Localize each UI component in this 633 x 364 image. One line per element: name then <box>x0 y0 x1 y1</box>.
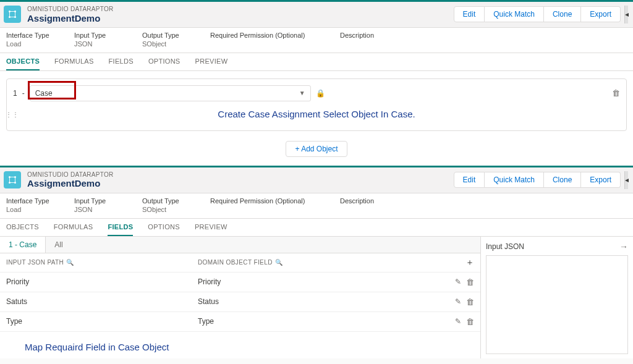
export-button[interactable]: Export <box>581 6 621 22</box>
req-perm-label: Required Permission (Optional) <box>210 197 315 205</box>
detail-row-2: Interface TypeLoad Input TypeJSON Output… <box>0 193 633 219</box>
input-type-value: JSON <box>74 40 117 48</box>
dataraptor-icon <box>4 6 21 23</box>
interface-type-label: Interface Type <box>6 197 49 205</box>
quick-match-button[interactable]: Quick Match <box>485 172 544 188</box>
tab-objects[interactable]: OBJECTS <box>6 53 40 70</box>
dataraptor-panel-2: OMNISTUDIO DATARAPTOR AssigmentDemo Edit… <box>0 166 633 193</box>
object-card: 1 - Case ▼ 🔒 🗑 ⋮⋮ Create Case Assignment… <box>6 78 627 131</box>
input-json-title: Input JSON <box>486 242 524 251</box>
object-row: 1 - Case ▼ 🔒 🗑 <box>13 85 620 101</box>
panel-header-2: OMNISTUDIO DATARAPTOR AssigmentDemo Edit… <box>0 167 633 193</box>
delete-icon[interactable]: 🗑 <box>466 297 474 307</box>
add-field-icon[interactable]: ＋ <box>462 257 474 268</box>
search-icon[interactable]: 🔍 <box>66 259 74 266</box>
dataraptor-icon <box>4 171 21 188</box>
subtab-1-case[interactable]: 1 - Case <box>0 237 46 253</box>
object-index: 1 <box>13 89 17 98</box>
record-eyebrow-2: OMNISTUDIO DATARAPTOR <box>27 171 454 179</box>
subtab-all[interactable]: All <box>46 237 71 253</box>
req-perm-label: Required Permission (Optional) <box>210 32 315 39</box>
tab-objects[interactable]: OBJECTS <box>6 219 39 236</box>
dataraptor-panel-1: OMNISTUDIO DATARAPTOR AssigmentDemo Edit… <box>0 0 633 28</box>
detail-row-1: Interface TypeLoad Input TypeJSON Output… <box>0 28 633 53</box>
lock-icon: 🔒 <box>316 89 325 98</box>
clone-button[interactable]: Clone <box>544 172 581 188</box>
field-row: Satuts Status ✎🗑 <box>0 292 480 312</box>
domain-field-cell: Priority <box>198 277 447 286</box>
tabs-2: OBJECTS FORMULAS FIELDS OPTIONS PREVIEW <box>0 219 633 237</box>
tabs-1: OBJECTS FORMULAS FIELDS OPTIONS PREVIEW <box>0 53 633 71</box>
fields-area: 1 - Case All INPUT JSON PATH 🔍 DOMAIN OB… <box>0 237 633 358</box>
field-columns-header: INPUT JSON PATH 🔍 DOMAIN OBJECT FIELD 🔍 … <box>0 253 480 273</box>
add-object-button[interactable]: + Add Object <box>286 141 347 157</box>
delete-icon[interactable]: 🗑 <box>466 317 474 326</box>
caption-1: Create Case Assignment Select Object In … <box>13 101 620 122</box>
drag-handle-icon[interactable]: ⋮⋮ <box>6 111 19 118</box>
tab-fields[interactable]: FIELDS <box>108 219 133 236</box>
add-object-wrap: + Add Object <box>0 135 633 166</box>
tab-formulas[interactable]: FORMULAS <box>54 219 93 236</box>
action-buttons-2: Edit Quick Match Clone Export <box>454 172 621 188</box>
input-type-value: JSON <box>74 206 117 213</box>
object-dash: - <box>22 89 25 98</box>
domain-object-field-header: DOMAIN OBJECT FIELD <box>198 259 273 266</box>
tab-fields[interactable]: FIELDS <box>109 53 134 70</box>
quick-match-button[interactable]: Quick Match <box>485 6 544 22</box>
delete-icon[interactable]: 🗑 <box>466 277 474 287</box>
chevron-down-icon: ▼ <box>299 90 305 96</box>
input-path-cell: Priority <box>6 277 198 286</box>
search-icon[interactable]: 🔍 <box>275 259 283 266</box>
field-subtabs: 1 - Case All <box>0 237 480 253</box>
interface-type-value: Load <box>6 206 49 213</box>
edit-icon[interactable]: ✎ <box>455 317 461 326</box>
arrow-right-icon[interactable]: → <box>619 242 628 252</box>
domain-field-cell: Status <box>198 297 447 306</box>
objects-body: 1 - Case ▼ 🔒 🗑 ⋮⋮ Create Case Assignment… <box>0 71 633 135</box>
object-select[interactable]: Case ▼ <box>30 85 311 101</box>
record-name: AssigmentDemo <box>27 13 454 23</box>
input-path-cell: Satuts <box>6 297 198 306</box>
domain-field-cell: Type <box>198 317 447 326</box>
description-label: Description <box>340 32 383 39</box>
caption-2: Map Requaird Field in Case Object <box>0 332 480 358</box>
tab-options[interactable]: OPTIONS <box>148 53 181 70</box>
output-type-value: SObject <box>142 40 185 48</box>
edit-button[interactable]: Edit <box>454 6 485 22</box>
interface-type-value: Load <box>6 40 49 48</box>
edit-button[interactable]: Edit <box>454 172 485 188</box>
fields-left: 1 - Case All INPUT JSON PATH 🔍 DOMAIN OB… <box>0 237 481 358</box>
input-json-path-header: INPUT JSON PATH <box>6 259 64 266</box>
field-row: Type Type ✎🗑 <box>0 312 480 332</box>
tab-formulas[interactable]: FORMULAS <box>54 53 94 70</box>
export-button[interactable]: Export <box>581 172 621 188</box>
interface-type-label: Interface Type <box>6 32 49 39</box>
tab-options[interactable]: OPTIONS <box>148 219 180 236</box>
page-edge-icon: ◂ <box>624 171 628 189</box>
clone-button[interactable]: Clone <box>544 6 581 22</box>
panel-header: OMNISTUDIO DATARAPTOR AssigmentDemo Edit… <box>0 2 633 27</box>
input-json-panel: Input JSON → <box>481 237 633 358</box>
input-json-textarea[interactable] <box>486 255 628 354</box>
tab-preview[interactable]: PREVIEW <box>195 53 228 70</box>
output-type-label: Output Type <box>142 197 185 205</box>
output-type-value: SObject <box>142 206 185 213</box>
edit-icon[interactable]: ✎ <box>455 277 461 287</box>
record-eyebrow: OMNISTUDIO DATARAPTOR <box>27 6 454 13</box>
action-buttons: Edit Quick Match Clone Export <box>454 6 621 22</box>
input-path-cell: Type <box>6 317 198 326</box>
description-label: Description <box>340 197 383 205</box>
input-type-label: Input Type <box>74 32 117 39</box>
page-edge-icon: ◂ <box>624 6 628 23</box>
object-select-value: Case <box>35 89 53 98</box>
record-name-2: AssigmentDemo <box>27 178 454 188</box>
tab-preview[interactable]: PREVIEW <box>195 219 227 236</box>
input-type-label: Input Type <box>74 197 117 205</box>
delete-object-icon[interactable]: 🗑 <box>612 88 620 98</box>
field-row: Priority Priority ✎🗑 <box>0 273 480 292</box>
output-type-label: Output Type <box>142 32 185 39</box>
edit-icon[interactable]: ✎ <box>455 297 461 307</box>
